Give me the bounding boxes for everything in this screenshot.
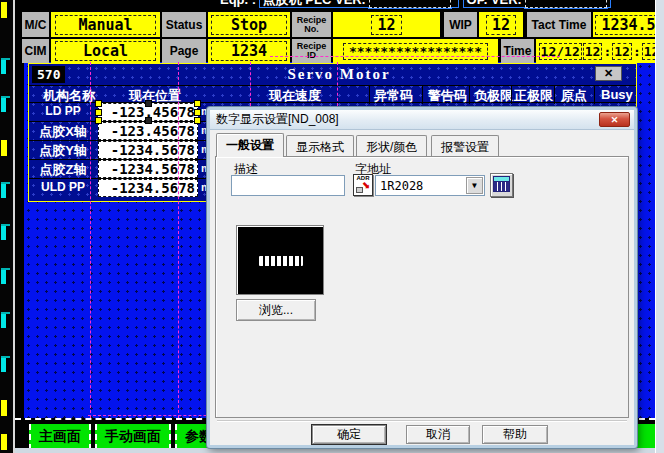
word-address-value: 1R2028: [380, 179, 423, 193]
background-fragment: [1, 182, 10, 198]
guide-line: [178, 62, 179, 418]
help-button[interactable]: 帮助: [482, 425, 548, 444]
preview-digits: [259, 256, 303, 266]
background-window-strip: [0, 0, 13, 453]
cancel-button[interactable]: 取消: [406, 425, 470, 444]
window-right-chrome: [655, 0, 664, 453]
numeric-display-widget[interactable]: -1234.5678: [98, 141, 198, 159]
op-ver-field: [525, 0, 607, 8]
chevron-down-icon: ▼: [472, 181, 477, 190]
guide-line: [337, 62, 338, 106]
version-header-clipped: Eqp. : 点胶机 PLC VER. OP. VER.: [24, 0, 655, 10]
tab-shape-color[interactable]: 形状/颜色: [356, 135, 427, 156]
close-icon: ✕: [611, 115, 619, 125]
background-fragment: [1, 140, 10, 156]
servo-table-header: 机构名称 现在位置 现在速度 异常码 警告码 负极限 正极限 原点 Busy: [29, 85, 636, 103]
cim-mode-widget[interactable]: Local: [51, 39, 160, 63]
tab-general[interactable]: 一般设置: [216, 133, 284, 157]
background-fragment: [1, 96, 10, 112]
word-address-combo[interactable]: 1R2028 ▼: [375, 175, 485, 196]
close-icon: ✕: [604, 67, 613, 80]
guide-line: [250, 62, 251, 106]
recipe-no-label: Recipe No.: [292, 12, 331, 37]
calculator-keys-icon: [493, 181, 510, 192]
time-widget[interactable]: 12/1212:12:12: [536, 39, 664, 63]
plc-ver-label: PLC VER.: [305, 0, 365, 7]
tact-time-label: Tact Time: [527, 12, 591, 37]
background-fragment: [1, 2, 10, 18]
adr-box-icon: [356, 187, 363, 193]
window-bottom-chrome: [15, 448, 655, 453]
combo-dropdown-button[interactable]: ▼: [466, 177, 483, 194]
page-label: Page: [162, 39, 206, 63]
numeric-display-widget[interactable]: -1234.5678: [98, 160, 198, 178]
tab-display-format[interactable]: 显示格式: [286, 135, 354, 156]
background-fragment: [1, 356, 10, 372]
tact-time-widget[interactable]: 1234.5: [593, 12, 664, 37]
background-fragment: [1, 312, 10, 328]
recipe-id-widget[interactable]: *****************: [333, 39, 498, 63]
ok-button[interactable]: 确定: [312, 425, 386, 444]
background-fragment: [1, 58, 10, 74]
description-input[interactable]: [231, 175, 345, 196]
nav-button-main-screen[interactable]: 主画面: [29, 424, 91, 450]
cim-label: CIM: [22, 39, 49, 63]
page-widget[interactable]: 1234: [208, 39, 290, 63]
dialog-separator: [217, 420, 627, 422]
station-number: 570: [32, 66, 65, 83]
dialog-close-button[interactable]: ✕: [599, 112, 630, 127]
recipe-id-label: Recipe ID: [292, 39, 331, 63]
tab-alarm[interactable]: 报警设置: [431, 135, 499, 156]
numeric-display-widget[interactable]: -1234.5678: [98, 179, 198, 197]
background-fragment: [1, 224, 10, 240]
numeric-display-settings-dialog: 数字显示设置[ND_008] ✕ 一般设置 显示格式 形状/颜色 报警设置 描述…: [207, 107, 637, 448]
numeric-display-widget[interactable]: -123.45678: [98, 122, 198, 140]
col-header-busy: Busy: [601, 87, 633, 102]
browse-button[interactable]: 浏览...: [236, 299, 316, 321]
servo-window-title: Servo Motor: [254, 66, 424, 83]
status-widget[interactable]: Stop: [208, 12, 290, 37]
dialog-title: 数字显示设置[ND_008]: [210, 111, 339, 128]
address-picker-button[interactable]: ADR ⬊: [353, 174, 373, 196]
wip-widget[interactable]: 12: [479, 12, 523, 37]
nav-button-manual-screen[interactable]: 手动画面: [95, 424, 171, 450]
eqp-label: Eqp. :: [220, 0, 256, 7]
guide-line: [90, 62, 91, 418]
background-fragment: [1, 434, 10, 450]
mc-mode-widget[interactable]: Manual: [51, 12, 160, 37]
guide-line: [270, 56, 560, 57]
plc-ver-field: [369, 0, 451, 8]
eqp-value: 点胶机: [263, 0, 302, 7]
mc-label: M/C: [22, 12, 49, 37]
widget-preview: [236, 225, 324, 295]
nav-button-fragment[interactable]: [635, 424, 657, 450]
op-ver-label: OP. VER.: [467, 0, 522, 7]
dialog-titlebar[interactable]: 数字显示设置[ND_008] ✕: [210, 110, 634, 130]
status-label: Status: [162, 12, 206, 37]
recipe-no-widget[interactable]: 12: [333, 12, 440, 37]
background-fragment: [1, 268, 10, 284]
time-label: Time: [501, 39, 534, 63]
wip-label: WIP: [444, 12, 477, 37]
servo-close-button[interactable]: ✕: [595, 66, 622, 81]
numeric-display-widget-selected[interactable]: -123.45678: [98, 103, 198, 121]
calculator-button[interactable]: [490, 173, 513, 197]
background-fragment: [1, 400, 10, 416]
